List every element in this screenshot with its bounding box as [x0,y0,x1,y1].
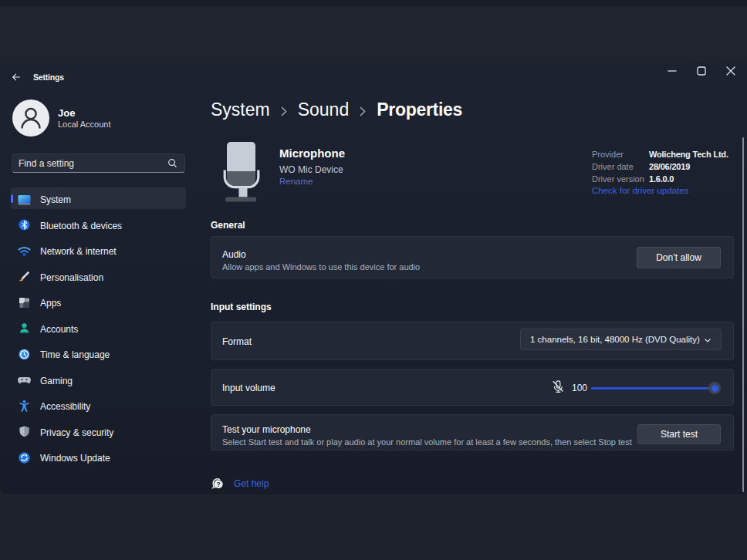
svg-text:?: ? [217,481,221,488]
